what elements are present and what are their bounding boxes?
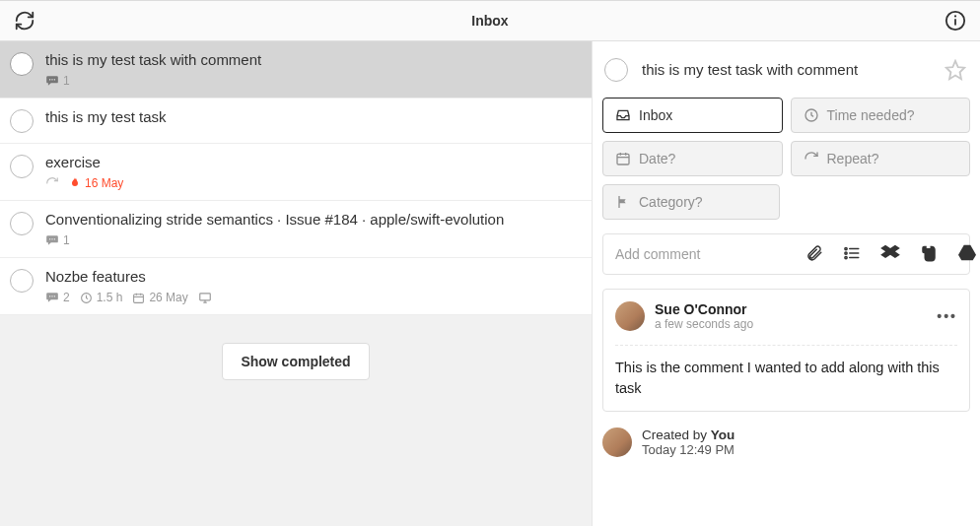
svg-point-4 [51, 79, 52, 80]
detail-title[interactable]: this is my test task with comment [642, 61, 931, 78]
prop-repeat[interactable]: Repeat? [791, 141, 971, 176]
complete-checkbox[interactable] [10, 52, 34, 76]
clock-icon [804, 107, 819, 123]
time-needed: 1.5 h [80, 291, 123, 304]
task-title: Nozbe features [45, 268, 580, 285]
topbar: Inbox [0, 0, 980, 41]
comments-count: 1 [45, 74, 70, 88]
task-title: this is my test task with comment [45, 51, 580, 68]
svg-point-10 [51, 296, 52, 296]
comments-count: 1 [45, 233, 70, 247]
svg-point-3 [49, 79, 50, 80]
show-completed-button[interactable]: Show completed [222, 343, 369, 380]
svg-point-7 [51, 238, 52, 239]
task-title: Conventionalizing stride semantics · Iss… [45, 211, 580, 228]
svg-rect-13 [134, 294, 144, 302]
avatar [615, 301, 645, 331]
attach-icon[interactable] [805, 244, 823, 264]
task-row[interactable]: this is my test task [0, 99, 592, 144]
comment-icon [45, 234, 59, 246]
comment-more-icon[interactable]: ••• [937, 308, 957, 324]
comment-input[interactable] [615, 246, 788, 262]
task-title: this is my test task [45, 108, 580, 125]
svg-point-6 [49, 238, 50, 239]
avatar [602, 427, 632, 457]
svg-point-8 [54, 238, 55, 239]
repeat-icon [804, 151, 819, 166]
prop-time[interactable]: Time needed? [791, 98, 971, 133]
svg-point-11 [54, 296, 55, 296]
prop-label: Inbox [639, 107, 672, 123]
task-row[interactable]: Nozbe features 2 1.5 h 26 May [0, 258, 592, 315]
flag-icon [615, 194, 631, 210]
comment-input-box [602, 233, 970, 275]
comments-count: 2 [45, 291, 70, 304]
calendar-icon [615, 151, 631, 166]
inbox-icon [615, 107, 631, 123]
comment-icon [45, 292, 59, 303]
complete-checkbox[interactable] [10, 109, 34, 133]
flame-icon [69, 176, 81, 190]
task-row[interactable]: exercise 16 May [0, 144, 592, 201]
clock-icon [80, 292, 93, 304]
prop-inbox[interactable]: Inbox [602, 98, 783, 133]
svg-point-5 [54, 79, 55, 80]
dropbox-icon[interactable] [880, 244, 900, 264]
svg-point-9 [49, 296, 50, 296]
date-label: 26 May [132, 291, 187, 304]
svg-point-30 [845, 252, 847, 254]
star-icon[interactable] [945, 59, 966, 81]
task-row[interactable]: this is my test task with comment 1 [0, 41, 592, 99]
due-date: 16 May [69, 176, 123, 190]
task-detail-panel: this is my test task with comment Inbox … [593, 41, 980, 526]
prop-label: Date? [639, 151, 675, 166]
complete-checkbox[interactable] [10, 269, 34, 293]
complete-checkbox[interactable] [604, 58, 628, 82]
prop-label: Repeat? [827, 151, 879, 166]
prop-label: Category? [639, 194, 703, 210]
svg-marker-20 [946, 60, 964, 78]
evernote-icon[interactable] [920, 244, 938, 264]
prop-category[interactable]: Category? [602, 184, 780, 220]
prop-date[interactable]: Date? [602, 141, 783, 176]
display-indicator [198, 292, 212, 304]
task-list: this is my test task with comment 1 this… [0, 41, 593, 526]
info-icon[interactable] [943, 8, 968, 33]
svg-rect-17 [200, 293, 211, 299]
svg-rect-22 [617, 154, 629, 164]
calendar-icon [132, 292, 145, 304]
svg-point-2 [954, 15, 956, 17]
recurring-indicator [45, 176, 59, 190]
comment-body: This is the comment I wanted to add alon… [615, 345, 957, 399]
task-row[interactable]: Conventionalizing stride semantics · Iss… [0, 201, 592, 258]
page-title: Inbox [471, 13, 508, 29]
prop-label: Time needed? [827, 107, 915, 123]
display-icon [198, 292, 212, 304]
created-by: Created by You Today 12:49 PM [602, 427, 970, 457]
checklist-icon[interactable] [843, 244, 861, 264]
comment-icon [45, 75, 59, 87]
svg-point-31 [845, 256, 847, 258]
svg-point-29 [845, 247, 847, 249]
complete-checkbox[interactable] [10, 155, 34, 178]
task-title: exercise [45, 154, 580, 170]
drive-icon[interactable] [957, 244, 977, 264]
recur-icon [45, 176, 59, 190]
sync-icon[interactable] [12, 8, 37, 33]
comment-author: Sue O'Connor [655, 301, 753, 317]
comment-time: a few seconds ago [655, 317, 753, 331]
comment-card: Sue O'Connor a few seconds ago ••• This … [602, 289, 970, 412]
complete-checkbox[interactable] [10, 212, 34, 235]
